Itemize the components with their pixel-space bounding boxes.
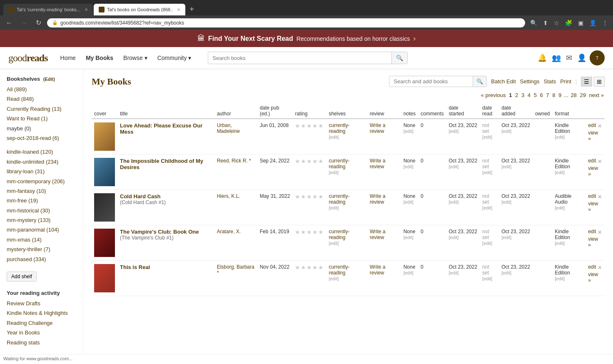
date-read-edit-1[interactable]: [edit] xyxy=(482,170,492,175)
shelf-edit-0[interactable]: [edit] xyxy=(329,135,339,140)
stats-link[interactable]: Stats xyxy=(544,78,556,85)
prev-page[interactable]: « previous xyxy=(481,92,506,98)
date-started-edit-2[interactable]: [edit] xyxy=(449,199,459,204)
promo-banner[interactable]: 🏛 Find Your Next Scary Read Recommendati… xyxy=(0,30,613,47)
notifications-button[interactable]: 🔔 xyxy=(536,50,548,65)
page-4[interactable]: 4 xyxy=(528,92,531,98)
page-29[interactable]: 29 xyxy=(580,92,586,98)
delete-button-4[interactable]: × xyxy=(598,264,602,272)
write-review-link-3[interactable]: Write a review xyxy=(370,229,386,240)
messages-button[interactable]: ✉ xyxy=(564,50,574,65)
star5[interactable]: ★ xyxy=(318,193,324,200)
forward-button[interactable]: → xyxy=(18,18,30,27)
nav-mybooks[interactable]: My Books xyxy=(82,53,117,63)
shelf-library-loan[interactable]: library-loan (31) xyxy=(7,167,76,176)
stars-1[interactable]: ★ ★ ★ ★ ★ xyxy=(295,158,324,165)
shelf-currently-reading[interactable]: Currently Reading (13) xyxy=(7,104,76,114)
date-started-edit-0[interactable]: [edit] xyxy=(449,129,459,134)
address-bar[interactable]: 🔒 goodreads.com/review/list/34495682?ref… xyxy=(47,18,525,27)
notes-edit-1[interactable]: [edit] xyxy=(404,164,414,169)
page-7[interactable]: 7 xyxy=(546,92,549,98)
star2[interactable]: ★ xyxy=(301,264,306,271)
view-link-3[interactable]: view » xyxy=(588,236,598,248)
shelf-mm-paranormal[interactable]: mm-paranormal (104) xyxy=(7,225,76,234)
format-edit-1[interactable]: [edit] xyxy=(555,170,565,175)
star1[interactable]: ★ xyxy=(295,229,300,235)
date-read-edit-4[interactable]: [edit] xyxy=(482,276,492,281)
author-link-1[interactable]: Reed, Rick R. * xyxy=(217,158,251,164)
next-page[interactable]: next » xyxy=(589,92,604,98)
date-added-edit-3[interactable]: [edit] xyxy=(501,235,511,240)
view-link-2[interactable]: view » xyxy=(588,201,598,212)
book-title-link-0[interactable]: Love Ahead: Please Excuse Our Mess xyxy=(120,122,202,135)
tab-1[interactable]: Tal's 'currently-reading' books... × xyxy=(3,4,93,15)
star3[interactable]: ★ xyxy=(306,193,312,200)
date-added-edit-1[interactable]: [edit] xyxy=(501,164,511,169)
browser-bookmark-button[interactable]: ☆ xyxy=(552,19,561,27)
author-link-0[interactable]: Urban, Madeleine xyxy=(217,122,240,134)
author-link-2[interactable]: Hiers, K.L. xyxy=(217,193,240,199)
new-tab-button[interactable]: + xyxy=(186,3,197,15)
book-cover-3[interactable] xyxy=(94,229,115,257)
star5[interactable]: ★ xyxy=(318,122,324,129)
nav-home[interactable]: Home xyxy=(56,53,80,63)
date-read-edit-3[interactable]: [edit] xyxy=(482,241,492,246)
browser-search-button[interactable]: 🔍 xyxy=(528,19,539,27)
shelf-mystery-thriller[interactable]: mystery-thriller (7) xyxy=(7,244,76,254)
edit-link-0[interactable]: edit xyxy=(588,122,596,128)
shelf-purchased[interactable]: purchased (334) xyxy=(7,254,76,264)
page-2[interactable]: 2 xyxy=(515,92,518,98)
delete-button-2[interactable]: × xyxy=(598,193,602,201)
book-cover-0[interactable] xyxy=(94,122,115,151)
page-5[interactable]: 5 xyxy=(534,92,537,98)
page-8[interactable]: 8 xyxy=(552,92,555,98)
shelf-mm-mystery[interactable]: mm-mystery (133) xyxy=(7,215,76,225)
book-title-link-2[interactable]: Cold Hard Cash xyxy=(120,193,161,199)
site-logo[interactable]: goodreads xyxy=(8,52,48,64)
date-added-edit-0[interactable]: [edit] xyxy=(501,129,511,134)
shelf-edit-2[interactable]: [edit] xyxy=(329,205,339,210)
star5[interactable]: ★ xyxy=(318,158,324,165)
book-cover-1[interactable] xyxy=(94,158,115,186)
date-read-edit-2[interactable]: [edit] xyxy=(482,205,492,210)
star4[interactable]: ★ xyxy=(312,229,318,235)
profile-button[interactable]: 👤 xyxy=(576,50,588,65)
write-review-link-2[interactable]: Write a review xyxy=(370,193,386,205)
write-review-link-4[interactable]: Write a review xyxy=(370,264,386,276)
stars-3[interactable]: ★ ★ ★ ★ ★ xyxy=(295,229,324,235)
format-edit-0[interactable]: [edit] xyxy=(555,135,565,140)
reading-stats-link[interactable]: Reading stats xyxy=(7,338,76,347)
edit-link-2[interactable]: edit xyxy=(588,193,596,199)
delete-button-3[interactable]: × xyxy=(598,229,602,236)
shelf-kindle-loaned[interactable]: kindle-loaned (120) xyxy=(7,147,76,157)
shelf-kindle-unlimited[interactable]: kindle-unlimited (234) xyxy=(7,157,76,167)
page-6[interactable]: 6 xyxy=(540,92,543,98)
nav-browse[interactable]: Browse ▾ xyxy=(119,53,152,63)
shelf-mm-xmas[interactable]: mm-xmas (14) xyxy=(7,235,76,244)
search-add-button[interactable]: 🔍 xyxy=(473,76,486,87)
star2[interactable]: ★ xyxy=(301,122,306,129)
star2[interactable]: ★ xyxy=(301,229,306,235)
date-read-edit-0[interactable]: [edit] xyxy=(482,135,492,140)
tab-1-close[interactable]: × xyxy=(85,6,88,13)
star3[interactable]: ★ xyxy=(306,122,312,129)
shelf-want-to-read[interactable]: Want to Read (1) xyxy=(7,114,76,123)
page-28[interactable]: 28 xyxy=(571,92,576,98)
date-added-edit-4[interactable]: [edit] xyxy=(501,270,511,275)
reload-button[interactable]: ↻ xyxy=(33,18,44,27)
star1[interactable]: ★ xyxy=(295,158,300,165)
star3[interactable]: ★ xyxy=(306,264,312,271)
shelf-mm-fantasy[interactable]: mm-fantasy (10) xyxy=(7,186,76,196)
author-link-4[interactable]: Elsborg, Barbara * xyxy=(217,264,254,276)
stars-0[interactable]: ★ ★ ★ ★ ★ xyxy=(295,122,324,129)
star4[interactable]: ★ xyxy=(312,264,318,271)
reading-challenge-link[interactable]: Reading Challenge xyxy=(7,318,76,328)
star4[interactable]: ★ xyxy=(312,122,318,129)
book-title-link-3[interactable]: The Vampire's Club: Book One xyxy=(120,229,199,235)
view-link-0[interactable]: view » xyxy=(588,130,598,142)
avatar[interactable]: T xyxy=(590,50,605,65)
shelf-edit-3[interactable]: [edit] xyxy=(329,241,339,246)
star4[interactable]: ★ xyxy=(312,193,318,200)
date-started-edit-4[interactable]: [edit] xyxy=(449,270,459,275)
browser-extension-button[interactable]: 🧩 xyxy=(563,19,574,27)
